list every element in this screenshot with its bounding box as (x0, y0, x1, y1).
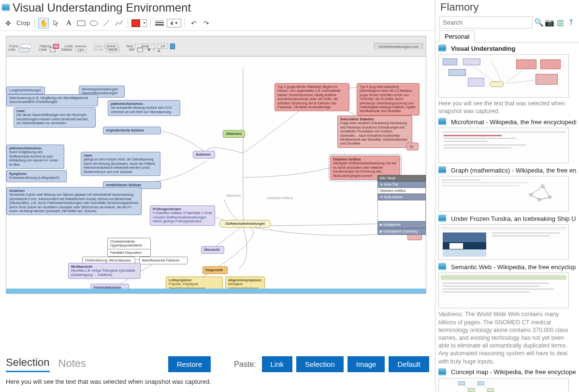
node-red1[interactable]: Typ-1 (jugendlicher Diabetes) Beginn im … (275, 83, 349, 111)
node-pathom2[interactable]: pathomechanismus:durch Entgleisung des S… (6, 145, 64, 169)
node-lungen[interactable]: Lungenerkrankungen (6, 87, 45, 94)
vue-canvas[interactable]: Alkalosen Diabetes mellitus Lungenerkran… (6, 57, 426, 293)
info-pane: Info: Node ▼ Node Titel Diabetes mellitu… (377, 175, 426, 235)
node-ursachen[interactable]: UrsachenVermehrte Zufuhr oder Bildung vo… (6, 187, 142, 215)
line-weight-icon[interactable] (154, 18, 165, 29)
paste-default-button[interactable]: Default (389, 356, 429, 372)
node-red2[interactable]: Typ-II (sog.Altersdiabetes) (überweigend… (357, 83, 420, 116)
node-resp[interactable]: respiratorische Azidose (103, 127, 161, 134)
snapshot-item[interactable]: Semantic Web - Wikipedia, the free encyc… (438, 263, 576, 365)
info-schlag[interactable]: ▶ Schlagworte (377, 221, 426, 228)
collapse-icon[interactable]: ⤒ (566, 18, 575, 27)
lbl: Node Notizen (384, 195, 403, 199)
node-symptome[interactable]: SymptomeKussmaul-Atmung (Luftsymptom) (6, 170, 67, 182)
snapshot-item[interactable]: Concept map - Wikipedia, the free encycl… (438, 368, 576, 392)
text-tool-icon[interactable]: A (63, 18, 74, 29)
snap-thumb[interactable] (438, 224, 569, 260)
freehand-tool-icon[interactable] (114, 18, 124, 29)
snapshot-item[interactable]: Microformat - Wikipedia, the free encycl… (438, 118, 576, 163)
node-cave1[interactable]: Cave:Der akute Sauerstoffmangel und die … (14, 107, 96, 128)
redo-icon[interactable]: ↷ (201, 18, 212, 29)
svg-line-10 (543, 186, 550, 197)
undo-icon[interactable]: ↶ (188, 18, 199, 29)
snap-thumb[interactable] (438, 176, 569, 212)
restore-button[interactable]: Restore (168, 356, 211, 372)
selection-text: Here you will see the text that was sele… (6, 375, 429, 388)
node-vergift[interactable]: Überdosierung (z.B. Vergiftung) der Atem… (6, 94, 98, 106)
snap-icon (438, 118, 446, 126)
info-node-title[interactable]: ▼ Node Titel (377, 181, 426, 188)
screenshot[interactable]: Form Fläche Linie Start keine Text Arial… (6, 36, 426, 294)
screenshot-wrap: Form Fläche Linie Start keine Text Arial… (0, 34, 435, 352)
paste-selection-button[interactable]: Selection (296, 356, 344, 372)
right-tabs: Personal (435, 30, 579, 43)
vue-link-label: Link (8, 47, 15, 52)
n: Diabetes mellitus (333, 158, 361, 161)
search-icon[interactable]: 🔍 (535, 18, 543, 27)
page-icon[interactable]: ▥ (556, 18, 565, 27)
tab-notes[interactable]: Notes (58, 357, 86, 372)
snap-title-text: Under Frozen Tundra, an Icebreaking Ship… (451, 215, 576, 222)
node-cave2[interactable]: Cave:gelingt es dem Körper nicht, die Üb… (81, 152, 160, 176)
node-chol[interactable]: Cholesterinämie, Hyperlipoproteinämie (107, 238, 151, 250)
sep (128, 18, 128, 28)
node-prufung[interactable]: Prüfungsrelevanz!!! Diabetes mellitus !!… (150, 205, 215, 226)
snap-thumb[interactable] (438, 128, 569, 163)
node-uebersicht[interactable]: Übersicht (201, 246, 224, 254)
snap-desc: Vastness: The World Wide Web contains ma… (438, 310, 576, 365)
svg-line-9 (531, 186, 543, 195)
info-onto[interactable]: ▶ Ontologische Zuordnung (377, 228, 426, 235)
info-notes[interactable]: ▼ Node Notizen (377, 194, 426, 200)
snapshot-list[interactable]: Visual Understanding Here you will see t… (435, 43, 579, 392)
sep (34, 18, 35, 28)
node-famil[interactable]: Familiäre Disposition (107, 249, 151, 257)
tab-selection[interactable]: Selection (6, 356, 50, 372)
svg-line-15 (481, 384, 491, 390)
node-beein[interactable]: Beeinflussende Faktoren (139, 257, 188, 264)
canvas-scrollbar[interactable] (6, 289, 426, 293)
snap-icon (438, 263, 446, 271)
crop-label[interactable]: Crop (16, 19, 30, 27)
snap-thumb[interactable] (438, 54, 569, 98)
vue-file-tab: chselerkrankungen.vue (374, 43, 423, 50)
node-medik[interactable]: MedikamenteDiuretika z.B. einige Östroge… (68, 263, 141, 279)
tab-personal[interactable]: Personal (439, 30, 475, 43)
camera-icon[interactable]: 📷 (545, 18, 554, 27)
svg-line-13 (462, 384, 471, 390)
snapshot-item[interactable]: Visual Understanding Here you will see t… (438, 44, 576, 115)
node-patho[interactable]: pathomechanismus:bei reduzierter Atmung … (108, 100, 180, 116)
snap-icon (438, 44, 446, 52)
node-sek[interactable]: Sekundärer DiabetesFolge einer anderen E… (337, 116, 412, 148)
hand-tool-icon[interactable]: ✋ (38, 18, 49, 29)
node-alkalosen[interactable]: Alkalosen (223, 130, 245, 138)
node-center[interactable]: Stoffwechselerkrankungen (219, 220, 271, 228)
snap-thumb[interactable] (438, 273, 569, 308)
ellipse-tool-icon[interactable] (88, 18, 99, 29)
vue-ende: Ende (94, 47, 103, 52)
n: !!! Diabetes mellitus !!! Nachtale !! Gi… (153, 211, 212, 223)
line-weight-value[interactable]: 4 ▼ (167, 19, 181, 28)
n: Folge einer anderen Erkrankung Erkrankun… (340, 121, 407, 145)
paste-image-button[interactable]: Image (347, 356, 385, 372)
line-tool-icon[interactable] (101, 18, 112, 29)
info-notes-body[interactable] (377, 200, 426, 221)
snapshot-item[interactable]: Graph (mathematics) - Wikipedia, the fre… (438, 166, 576, 212)
color-swatch[interactable] (131, 19, 140, 27)
crop-handle-icon[interactable]: ✥ (3, 18, 14, 29)
snap-icon (438, 166, 446, 174)
snap-desc: Here you will see the text that was sele… (438, 100, 576, 115)
node-azidosen[interactable]: Azidosen (193, 151, 215, 159)
node-sy[interactable]: Sy (406, 143, 419, 150)
bottom-tabs: Selection Notes Restore Paste: Link Sele… (6, 356, 429, 372)
snap-title-text: Semantic Web - Wikipedia, the free encyc… (451, 263, 576, 271)
rect-tool-icon[interactable] (76, 18, 87, 29)
snap-thumb[interactable] (438, 378, 569, 392)
search-input[interactable] (439, 16, 533, 29)
n: durch Entgleisung des Stoffwechsels komm… (9, 150, 58, 166)
color-dropdown-icon[interactable]: ▼ (142, 19, 147, 27)
pointer-tool-icon[interactable] (51, 18, 61, 29)
paste-link-button[interactable]: Link (262, 356, 293, 372)
snap-title-text: Graph (mathematics) - Wikipedia, the fre… (451, 167, 576, 174)
snapshot-item[interactable]: Under Frozen Tundra, an Icebreaking Ship… (438, 215, 576, 260)
node-diagnostik[interactable]: Diagnostik (203, 266, 228, 274)
